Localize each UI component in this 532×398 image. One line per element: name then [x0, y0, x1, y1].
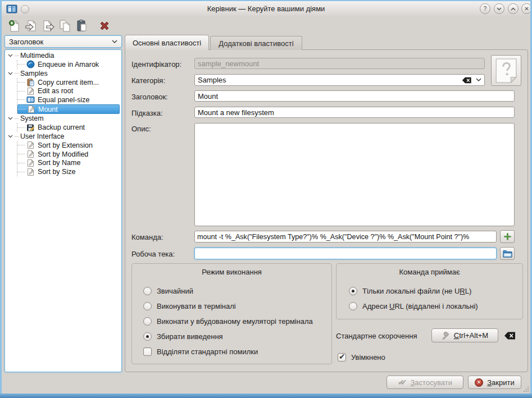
add-placeholder-button[interactable] [500, 230, 515, 243]
shade-window-button[interactable] [494, 3, 504, 14]
tooltip-input[interactable] [194, 107, 515, 118]
checkbox-checked-icon [338, 353, 346, 362]
apply-label: Застосувати [410, 378, 452, 387]
tree-item-sort-by-size[interactable]: Sort by Size [17, 167, 120, 176]
remove-action-button[interactable] [97, 18, 112, 34]
close-button[interactable]: ✕ Закрити [468, 376, 521, 389]
folder-open-icon [503, 250, 512, 258]
expander-icon[interactable] [8, 134, 15, 139]
radio-icon [143, 287, 152, 295]
tab-basic-properties[interactable]: Основні властивості [125, 35, 209, 50]
tree-group-system[interactable]: System [6, 114, 120, 123]
radio-collect-output[interactable]: Збирати виведення [143, 332, 223, 341]
shortcut-value: Ctrl+Alt+M [454, 331, 488, 340]
plus-icon [503, 232, 512, 241]
tree-group-multimedia[interactable]: Multimedia [6, 51, 120, 60]
workdir-label: Робоча тека: [131, 250, 175, 258]
document-edit-icon [27, 105, 35, 113]
tree-column-selector[interactable]: Заголовок [4, 35, 122, 48]
tree-item-enqueue-in-amarok[interactable]: Enqueue in Amarok [17, 60, 120, 69]
tree-item-label: Enqueue in Amarok [38, 61, 99, 68]
close-icon: ✕ [475, 378, 483, 387]
tree-group-label: Multimedia [20, 52, 54, 60]
clipboard-icon [26, 78, 35, 86]
radio-urls[interactable]: Адреси URL (віддалені і локальні) [349, 302, 478, 310]
command-accepts-title: Команда приймає [337, 268, 522, 276]
document-edit-icon [26, 87, 35, 95]
radio-run-in-terminal[interactable]: Виконувати в терміналі [143, 302, 236, 310]
tree-group-label: System [20, 115, 44, 122]
shortcut-label: Стандартне скорочення [336, 332, 417, 340]
expander-icon[interactable] [8, 116, 15, 121]
import-action-button[interactable] [24, 18, 39, 34]
expander-icon[interactable] [8, 53, 15, 58]
radio-icon [349, 302, 357, 310]
window-title: Керівник — Керуйте вашими діями [2, 4, 530, 13]
tree-group-samples[interactable]: Samples [6, 69, 120, 78]
description-label: Опис: [131, 125, 151, 133]
paste-action-button[interactable] [74, 18, 90, 34]
clear-shortcut-button[interactable] [502, 329, 517, 342]
tree-item-edit-as-root[interactable]: Edit as root [17, 86, 120, 95]
tree-group-user-interface[interactable]: User Interface [6, 132, 120, 141]
radio-local-files-only[interactable]: Тільки локальні файли (не URL) [349, 287, 471, 295]
title-label: Заголовок: [131, 93, 168, 101]
tree-item-backup-current[interactable]: Backup current [17, 123, 120, 132]
expander-icon[interactable] [8, 71, 15, 76]
radio-label: Адреси URL (віддалені і локальні) [362, 302, 478, 310]
category-value: Samples [198, 76, 226, 84]
tree-item-mount[interactable]: Mount [17, 104, 120, 115]
window-border-left [0, 0, 2, 398]
close-window-button[interactable]: ✕ [521, 3, 532, 14]
identifier-input [194, 58, 485, 69]
tree-item-label: Backup current [38, 123, 85, 131]
radio-run-in-embedded-terminal[interactable]: Виконати у вбудованому емуляторі терміна… [143, 317, 313, 326]
category-combobox[interactable]: Samples [194, 74, 485, 86]
description-textarea[interactable] [194, 123, 515, 226]
command-accepts-group: Команда приймає Тільки локальні файли (н… [336, 263, 523, 319]
tree-item-label: Sort by Size [38, 168, 75, 176]
export-icon [42, 19, 55, 33]
icon-chooser-button[interactable] [491, 55, 521, 86]
maximize-window-button[interactable] [508, 3, 519, 14]
tree-item-label: Mount [38, 106, 58, 113]
execution-mode-title: Режим виконання [132, 268, 331, 276]
actions-tree[interactable]: Multimedia Enqueue in Amarok Samples [4, 49, 122, 372]
enabled-checkbox[interactable]: Увімкнено [338, 353, 385, 362]
tree-item-equal-panel-size[interactable]: Equal panel-size [17, 95, 120, 104]
new-action-button[interactable] [7, 18, 22, 34]
document-edit-icon [26, 168, 35, 176]
tree-item-sort-by-name[interactable]: Sort by Name [17, 159, 120, 168]
tab-advanced-properties[interactable]: Додаткові властивості [210, 36, 302, 50]
help-window-button[interactable]: ? [480, 3, 490, 14]
checkbox-icon [143, 347, 152, 356]
radio-normal[interactable]: Звичайний [143, 287, 193, 295]
identifier-label: Ідентифікатор: [131, 60, 181, 68]
radio-icon [143, 317, 152, 326]
radio-label: Виконувати в терміналі [157, 302, 236, 310]
clear-text-icon[interactable] [462, 77, 472, 84]
wrench-icon [442, 332, 450, 340]
resize-grip[interactable] [524, 386, 529, 392]
shortcut-button[interactable]: Ctrl+Alt+M [431, 328, 498, 342]
checkbox-separate-stderr[interactable]: Відділяти стандартні помилки [143, 347, 258, 356]
workdir-input[interactable] [194, 248, 497, 259]
checkbox-label: Відділяти стандартні помилки [157, 347, 258, 356]
command-input[interactable] [194, 231, 497, 243]
paste-icon [75, 19, 89, 33]
tree-item-copy-current-item[interactable]: Copy current item... [17, 78, 120, 87]
tree-item-sort-by-extension[interactable]: Sort by Extension [17, 141, 120, 150]
chevron-up-icon [511, 7, 516, 11]
tree-item-sort-by-modified[interactable]: Sort by Modified [17, 150, 120, 159]
tree-item-label: Sort by Modified [38, 150, 88, 158]
radio-label: Тільки локальні файли (не URL) [362, 287, 471, 295]
export-action-button[interactable] [40, 18, 56, 34]
title-input[interactable] [194, 90, 515, 102]
checkbox-label: Увімкнено [351, 353, 385, 362]
chevron-down-icon[interactable] [476, 78, 481, 82]
browse-folder-button[interactable] [500, 247, 515, 260]
close-label: Закрити [487, 378, 514, 387]
copy-action-button[interactable] [57, 18, 73, 34]
tree-item-label: Sort by Extension [38, 141, 93, 149]
titlebar[interactable]: Керівник — Керуйте вашими діями ? ✕ [2, 1, 530, 16]
